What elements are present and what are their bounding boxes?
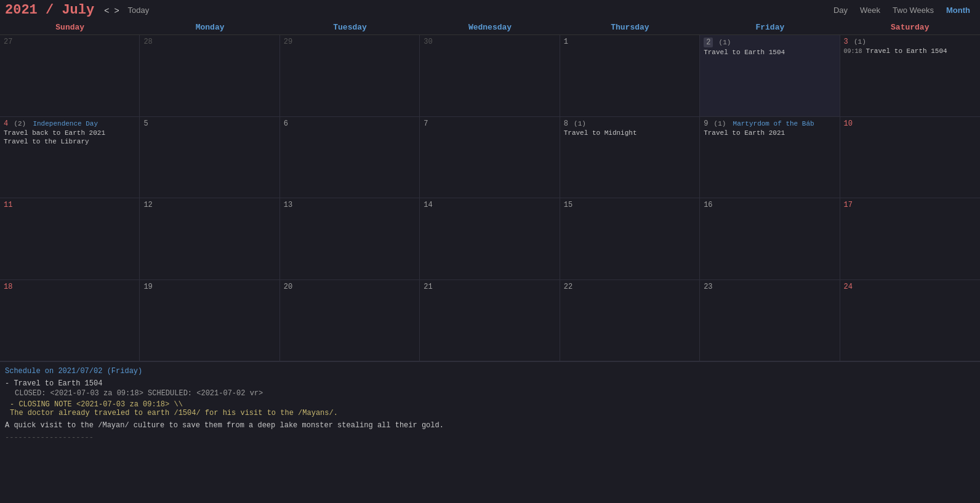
day-cell-jul10[interactable]: 10 bbox=[840, 117, 980, 199]
day-number: 8 bbox=[564, 119, 568, 128]
today-button[interactable]: Today bbox=[124, 6, 153, 15]
day-cell-jul8[interactable]: 8 (1) Travel to Midnight bbox=[560, 117, 700, 199]
day-cell-jul20[interactable]: 20 bbox=[280, 280, 420, 362]
holiday-label: Independence Day bbox=[33, 120, 98, 127]
day-number: 14 bbox=[424, 201, 432, 209]
calendar-grid: 27 28 29 30 1 2 (1) Travel to Earth 1504… bbox=[0, 35, 980, 361]
day-number: 2 bbox=[704, 38, 713, 47]
day-cell-jul17[interactable]: 17 bbox=[840, 198, 980, 280]
day-number: 3 bbox=[844, 38, 848, 46]
day-cell-jul6[interactable]: 6 bbox=[280, 117, 420, 199]
day-number: 28 bbox=[143, 38, 152, 46]
day-number: 11 bbox=[4, 201, 12, 209]
day-number: 27 bbox=[4, 38, 12, 46]
day-cell-jul7[interactable]: 7 bbox=[420, 117, 560, 199]
day-cell-jul15[interactable]: 15 bbox=[560, 198, 700, 280]
day-number: 20 bbox=[284, 283, 292, 291]
next-nav-button[interactable]: > bbox=[111, 6, 121, 15]
day-cell-jun29[interactable]: 29 bbox=[280, 35, 420, 117]
day-headers-row: Sunday Monday Tuesday Wednesday Thursday… bbox=[0, 20, 980, 35]
day-number: 17 bbox=[844, 201, 853, 209]
event-travel-earth-1504-sat[interactable]: 09:18 Travel to Earth 1504 bbox=[844, 47, 976, 55]
tuesday-header: Tuesday bbox=[280, 20, 420, 34]
day-number: 4 bbox=[4, 119, 8, 128]
wednesday-header: Wednesday bbox=[420, 20, 560, 34]
day-number: 15 bbox=[564, 201, 572, 209]
day-cell-jul24[interactable]: 24 bbox=[840, 280, 980, 362]
year-label: 2021 bbox=[5, 2, 38, 18]
event-travel-midnight[interactable]: Travel to Midnight bbox=[564, 129, 696, 137]
event-travel-library[interactable]: Travel to the Library bbox=[4, 138, 135, 145]
day-number: 1 bbox=[564, 38, 568, 46]
day-number: 9 bbox=[704, 119, 708, 128]
day-extra: (1) bbox=[854, 38, 866, 46]
detail-entry-title: - Travel to Earth 1504 bbox=[5, 379, 975, 388]
day-cell-jul23[interactable]: 23 bbox=[700, 280, 840, 362]
day-cell-jul1[interactable]: 1 bbox=[560, 35, 700, 117]
day-number: 5 bbox=[143, 119, 148, 128]
event-travel-earth-1504[interactable]: Travel to Earth 1504 bbox=[704, 49, 835, 56]
event-travel-back-earth[interactable]: Travel back to Earth 2021 bbox=[4, 129, 135, 137]
sunday-header: Sunday bbox=[0, 20, 140, 34]
day-number: 16 bbox=[704, 201, 712, 209]
day-cell-jul9[interactable]: 9 (1) Martyrdom of the Báb Travel to Ear… bbox=[700, 117, 840, 199]
day-extra: (1) bbox=[574, 120, 586, 127]
detail-closing-label: - CLOSING NOTE <2021-07-03 za 09:18> \\ bbox=[10, 400, 975, 409]
day-cell-jun30[interactable]: 30 bbox=[420, 35, 560, 117]
day-number: 6 bbox=[284, 119, 288, 128]
detail-meta: CLOSED: <2021-07-03 za 09:18> SCHEDULED:… bbox=[15, 389, 975, 398]
day-cell-jul2[interactable]: 2 (1) Travel to Earth 1504 bbox=[700, 35, 840, 117]
day-cell-jul5[interactable]: 5 bbox=[140, 117, 279, 199]
day-extra: (1) bbox=[719, 39, 731, 46]
prev-nav-button[interactable]: < bbox=[102, 6, 111, 15]
month-label: July bbox=[62, 2, 94, 18]
day-cell-jul4[interactable]: 4 (2) Independence Day Travel back to Ea… bbox=[0, 117, 140, 199]
day-number: 13 bbox=[284, 201, 292, 209]
day-cell-jul21[interactable]: 21 bbox=[420, 280, 560, 362]
holiday-martyrdom: Martyrdom of the Báb bbox=[733, 120, 814, 127]
calendar-header: 2021 / July < > Today Day Week Two Weeks… bbox=[0, 0, 980, 20]
day-number: 7 bbox=[424, 119, 428, 128]
day-cell-jul18[interactable]: 18 bbox=[0, 280, 140, 362]
two-weeks-view-button[interactable]: Two Weeks bbox=[888, 4, 939, 16]
day-cell-jun28[interactable]: 28 bbox=[140, 35, 279, 117]
view-switcher: Day Week Two Weeks Month bbox=[829, 4, 975, 16]
day-cell-jul14[interactable]: 14 bbox=[420, 198, 560, 280]
day-cell-jul16[interactable]: 16 bbox=[700, 198, 840, 280]
day-number: 12 bbox=[143, 201, 152, 209]
day-number: 29 bbox=[284, 38, 292, 46]
day-cell-jul22[interactable]: 22 bbox=[560, 280, 700, 362]
day-cell-jul13[interactable]: 13 bbox=[280, 198, 420, 280]
day-number: 24 bbox=[844, 283, 853, 291]
friday-header: Friday bbox=[700, 20, 840, 34]
detail-panel: Schedule on 2021/07/02 (Friday) - Travel… bbox=[0, 361, 980, 442]
day-number: 30 bbox=[424, 38, 432, 46]
thursday-header: Thursday bbox=[560, 20, 700, 34]
event-travel-earth-2021[interactable]: Travel to Earth 2021 bbox=[704, 129, 835, 137]
day-number: 19 bbox=[143, 283, 152, 291]
month-view-button[interactable]: Month bbox=[941, 4, 975, 16]
day-cell-jun27[interactable]: 27 bbox=[0, 35, 140, 117]
day-number: 18 bbox=[4, 283, 12, 291]
day-cell-jul3[interactable]: 3 (1) 09:18 Travel to Earth 1504 bbox=[840, 35, 980, 117]
day-number: 23 bbox=[704, 283, 712, 291]
day-view-button[interactable]: Day bbox=[829, 4, 853, 16]
detail-separator: -------------------- bbox=[5, 433, 975, 442]
detail-closing-body: The doctor already traveled to earth /15… bbox=[10, 409, 975, 417]
saturday-header: Saturday bbox=[840, 20, 980, 34]
week-view-button[interactable]: Week bbox=[855, 4, 885, 16]
detail-entry: - Travel to Earth 1504 CLOSED: <2021-07-… bbox=[5, 379, 975, 430]
day-number: 10 bbox=[844, 119, 853, 128]
day-cell-jul19[interactable]: 19 bbox=[140, 280, 279, 362]
page-title: 2021 / July bbox=[5, 2, 94, 18]
day-cell-jul12[interactable]: 12 bbox=[140, 198, 279, 280]
detail-header: Schedule on 2021/07/02 (Friday) bbox=[5, 367, 975, 376]
day-cell-jul11[interactable]: 11 bbox=[0, 198, 140, 280]
monday-header: Monday bbox=[140, 20, 279, 34]
day-number: 22 bbox=[564, 283, 572, 291]
detail-quick-note: A quick visit to the /Mayan/ culture to … bbox=[5, 421, 975, 430]
day-extra: (2) bbox=[14, 120, 26, 127]
detail-closing-block: - CLOSING NOTE <2021-07-03 za 09:18> \\ … bbox=[5, 400, 975, 417]
day-extra: (1) bbox=[714, 120, 726, 127]
day-number: 21 bbox=[424, 283, 432, 291]
